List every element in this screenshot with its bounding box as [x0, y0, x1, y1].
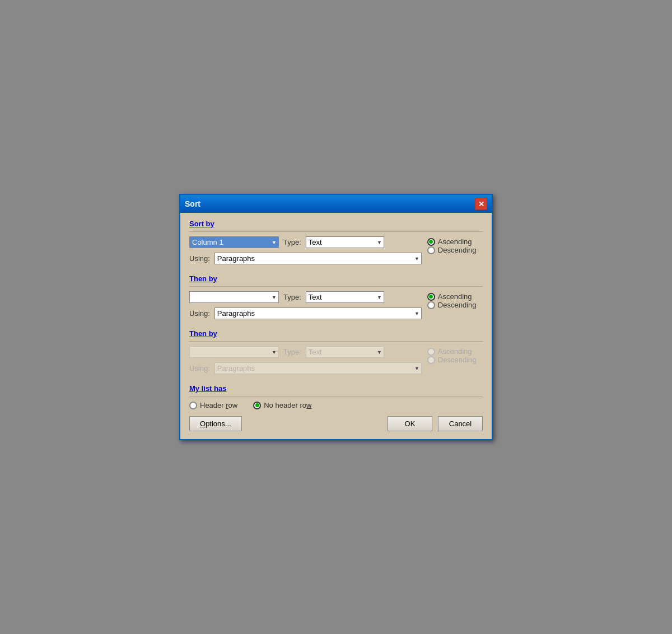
then-by-1-left: Column 1 Column 2 Column 3 Type: Text Nu… — [189, 291, 422, 324]
sort-by-using-wrapper[interactable]: Paragraphs Words Characters Fields — [214, 253, 422, 264]
then-by-2-using-wrapper: Paragraphs Words Characters Fields — [214, 362, 422, 374]
sort-by-descending-label: Descending — [438, 246, 477, 254]
sort-by-divider — [189, 231, 483, 232]
sort-by-type-select[interactable]: Text Number Date — [306, 236, 384, 248]
title-bar-title: Sort — [185, 199, 200, 208]
sort-by-radio-group: Ascending Descending — [422, 236, 483, 254]
then-by-1-column-select[interactable]: Column 1 Column 2 Column 3 — [189, 291, 279, 303]
then-by-1-row: Column 1 Column 2 Column 3 Type: Text Nu… — [189, 291, 483, 324]
sort-by-left: Column 1 Column 2 Column 3 Type: Text Nu… — [189, 236, 422, 269]
then-by-2-column-wrapper[interactable]: Column 1 Column 2 Column 3 — [189, 346, 279, 358]
no-header-row-radio-row[interactable]: No header row — [253, 401, 311, 409]
then-by-2-ascending-radio — [427, 348, 435, 356]
sort-dialog: Sort ✕ Sort by Column 1 Column 2 Column … — [179, 194, 493, 440]
then-by-2-ascending-label: Ascending — [438, 347, 472, 356]
header-row-radio[interactable] — [189, 402, 197, 409]
sort-by-using-label: Using: — [189, 254, 210, 263]
header-row-label: Header row — [200, 401, 237, 409]
sort-by-type-label: Type: — [283, 238, 301, 246]
sort-by-section: Sort by Column 1 Column 2 Column 3 Type: — [189, 220, 483, 269]
options-button[interactable]: Options... — [189, 416, 242, 431]
then-by-1-descending-row[interactable]: Descending — [427, 301, 483, 309]
then-by-2-type-select: Text Number Date — [306, 346, 384, 358]
then-by-1-section: Then by Column 1 Column 2 Column 3 — [189, 274, 483, 324]
then-by-2-type-label: Type: — [283, 348, 301, 356]
then-by-1-column-wrapper[interactable]: Column 1 Column 2 Column 3 — [189, 291, 279, 303]
my-list-divider — [189, 396, 483, 397]
title-bar: Sort ✕ — [180, 195, 492, 213]
then-by-2-descending-radio — [427, 356, 435, 364]
sort-by-ascending-label: Ascending — [438, 237, 472, 246]
my-list-label: My list has — [189, 384, 483, 393]
header-row-radio-row[interactable]: Header row — [189, 401, 237, 409]
then-by-1-using-select[interactable]: Paragraphs Words Characters Fields — [214, 307, 422, 319]
sort-by-label: Sort by — [189, 220, 483, 228]
then-by-1-ascending-label: Ascending — [438, 292, 472, 301]
dialog-title: Sort — [185, 199, 200, 208]
sort-by-column-wrapper[interactable]: Column 1 Column 2 Column 3 — [189, 236, 279, 248]
then-by-2-ascending-row: Ascending — [427, 347, 483, 356]
sort-by-ascending-row[interactable]: Ascending — [427, 237, 483, 246]
sort-by-ascending-radio[interactable] — [427, 238, 435, 246]
no-header-row-radio[interactable] — [253, 402, 261, 409]
then-by-2-radio-group: Ascending Descending — [422, 346, 483, 364]
then-by-2-left: Column 1 Column 2 Column 3 Type: Text Nu… — [189, 346, 422, 379]
then-by-2-using-row: Using: Paragraphs Words Characters Field… — [189, 362, 422, 374]
then-by-2-using-label: Using: — [189, 364, 210, 372]
then-by-1-using-label: Using: — [189, 309, 210, 318]
then-by-2-divider — [189, 341, 483, 342]
footer-row: Options... OK Cancel — [189, 416, 483, 431]
sort-by-column-row: Column 1 Column 2 Column 3 Type: Text Nu… — [189, 236, 422, 248]
cancel-button[interactable]: Cancel — [438, 416, 483, 431]
then-by-2-descending-label: Descending — [438, 356, 477, 364]
then-by-1-descending-radio[interactable] — [427, 301, 435, 309]
then-by-2-column-select[interactable]: Column 1 Column 2 Column 3 — [189, 346, 279, 358]
footer-right: OK Cancel — [388, 416, 483, 431]
then-by-1-type-label: Type: — [283, 293, 301, 301]
then-by-1-radio-group: Ascending Descending — [422, 291, 483, 309]
then-by-2-using-select: Paragraphs Words Characters Fields — [214, 362, 422, 374]
then-by-1-ascending-radio[interactable] — [427, 293, 435, 301]
then-by-2-section: Then by Column 1 Column 2 Column 3 — [189, 329, 483, 379]
my-list-section: My list has Header row No header row — [189, 384, 483, 409]
ok-button[interactable]: OK — [388, 416, 432, 431]
then-by-1-label: Then by — [189, 274, 483, 283]
then-by-1-ascending-row[interactable]: Ascending — [427, 292, 483, 301]
sort-by-using-row: Using: Paragraphs Words Characters Field… — [189, 253, 422, 264]
then-by-1-using-row: Using: Paragraphs Words Characters Field… — [189, 307, 422, 319]
then-by-1-divider — [189, 286, 483, 287]
then-by-2-label: Then by — [189, 329, 483, 338]
sort-by-using-select[interactable]: Paragraphs Words Characters Fields — [214, 253, 422, 264]
my-list-options-row: Header row No header row — [189, 401, 483, 409]
sort-by-descending-row[interactable]: Descending — [427, 246, 483, 254]
then-by-2-type-wrapper: Text Number Date — [306, 346, 384, 358]
sort-by-row: Column 1 Column 2 Column 3 Type: Text Nu… — [189, 236, 483, 269]
sort-by-descending-radio[interactable] — [427, 246, 435, 254]
then-by-1-descending-label: Descending — [438, 301, 477, 309]
sort-by-type-wrapper[interactable]: Text Number Date — [306, 236, 384, 248]
then-by-1-type-wrapper[interactable]: Text Number Date — [306, 291, 384, 303]
then-by-2-row: Column 1 Column 2 Column 3 Type: Text Nu… — [189, 346, 483, 379]
close-button[interactable]: ✕ — [475, 198, 487, 210]
then-by-2-column-row: Column 1 Column 2 Column 3 Type: Text Nu… — [189, 346, 422, 358]
then-by-2-descending-row: Descending — [427, 356, 483, 364]
dialog-body: Sort by Column 1 Column 2 Column 3 Type: — [180, 213, 492, 439]
no-header-row-label: No header row — [264, 401, 311, 409]
sort-by-column-select[interactable]: Column 1 Column 2 Column 3 — [189, 236, 279, 248]
then-by-1-type-select[interactable]: Text Number Date — [306, 291, 384, 303]
then-by-1-using-wrapper[interactable]: Paragraphs Words Characters Fields — [214, 307, 422, 319]
then-by-1-column-row: Column 1 Column 2 Column 3 Type: Text Nu… — [189, 291, 422, 303]
